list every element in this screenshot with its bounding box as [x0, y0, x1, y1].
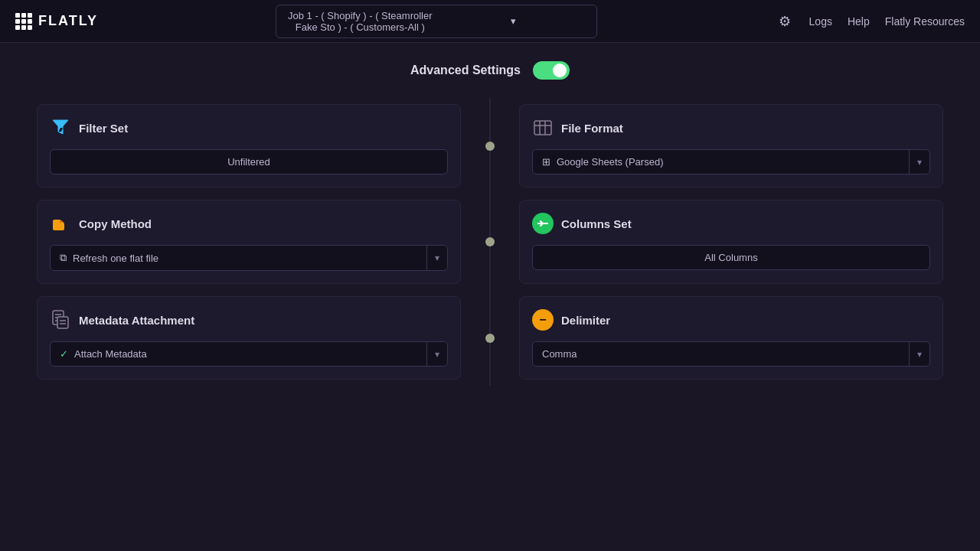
- delimiter-icon: −: [532, 309, 554, 331]
- copy-method-main[interactable]: ⧉ Refresh one flat file: [51, 246, 426, 270]
- filter-set-card: Filter Set Unfiltered: [37, 104, 461, 187]
- resources-link[interactable]: Flatly Resources: [885, 15, 965, 28]
- center-col-2: [467, 194, 513, 290]
- advanced-settings-label: Advanced Settings: [410, 64, 521, 77]
- columns-set-title: Columns Set: [561, 217, 632, 230]
- copy-method-card: Copy Method ⧉ Refresh one flat file ▾: [37, 200, 461, 284]
- connector-dot-3: [485, 334, 495, 343]
- delimiter-title: Delimiter: [561, 314, 610, 327]
- metadata-value: Attach Metadata: [74, 348, 147, 360]
- copy-method-title: Copy Method: [79, 217, 152, 230]
- sheets-icon: ⊞: [542, 156, 550, 168]
- metadata-title: Metadata Attachment: [79, 314, 194, 327]
- center-col-1: [467, 98, 513, 194]
- job-selector[interactable]: Job 1 - ( Shopify ) - ( Steamroller Fake…: [276, 5, 597, 38]
- columns-set-header: Columns Set: [532, 213, 930, 234]
- toggle-thumb: [553, 64, 567, 77]
- columns-set-value: All Columns: [532, 245, 930, 270]
- file-format-main[interactable]: ⊞ Google Sheets (Parsed): [533, 150, 909, 174]
- columns-set-icon: [532, 213, 554, 234]
- delimiter-chevron-icon[interactable]: ▾: [909, 342, 929, 366]
- copy-method-select[interactable]: ⧉ Refresh one flat file ▾: [50, 245, 448, 271]
- metadata-main[interactable]: ✓ Attach Metadata: [51, 342, 426, 366]
- logo: FLATLY: [15, 13, 98, 30]
- file-format-value: Google Sheets (Parsed): [557, 156, 663, 168]
- file-format-card: File Format ⊞ Google Sheets (Parsed) ▾: [519, 104, 943, 187]
- copy-method-chevron-icon[interactable]: ▾: [426, 246, 447, 270]
- file-format-icon: [532, 117, 554, 139]
- file-format-select[interactable]: ⊞ Google Sheets (Parsed) ▾: [532, 149, 930, 174]
- main-content: Advanced Settings Filter Set Unfiltered: [0, 43, 980, 404]
- file-format-title: File Format: [561, 122, 623, 135]
- file-format-chevron-icon[interactable]: ▾: [909, 150, 929, 174]
- filter-set-icon: [50, 117, 71, 139]
- filter-set-header: Filter Set: [50, 117, 448, 139]
- settings-gear-icon[interactable]: ⚙: [776, 12, 794, 31]
- metadata-select[interactable]: ✓ Attach Metadata ▾: [50, 341, 448, 367]
- filter-set-title: Filter Set: [79, 122, 128, 135]
- delimiter-card: − Delimiter Comma ▾: [519, 296, 943, 380]
- settings-grid: Filter Set Unfiltered File Format: [31, 98, 949, 386]
- copy-file-icon: ⧉: [60, 252, 67, 264]
- job-label: Job 1 - ( Shopify ) - ( Steamroller Fake…: [287, 10, 433, 33]
- delimiter-value: Comma: [542, 348, 577, 360]
- filter-set-value: Unfiltered: [50, 149, 448, 174]
- delimiter-select[interactable]: Comma ▾: [532, 341, 930, 367]
- svg-rect-12: [57, 317, 68, 328]
- advanced-settings-bar: Advanced Settings: [31, 61, 949, 80]
- metadata-check-icon: ✓: [60, 348, 68, 360]
- copy-method-value: Refresh one flat file: [73, 253, 158, 264]
- advanced-settings-toggle[interactable]: [533, 61, 570, 80]
- header-center: Job 1 - ( Shopify ) - ( Steamroller Fake…: [98, 5, 776, 38]
- metadata-card: Metadata Attachment ✓ Attach Metadata ▾: [37, 296, 461, 380]
- columns-set-card: Columns Set All Columns: [519, 200, 943, 284]
- logo-text: FLATLY: [38, 13, 98, 29]
- delimiter-header: − Delimiter: [532, 309, 930, 331]
- svg-point-4: [537, 218, 548, 229]
- svg-rect-0: [534, 121, 551, 135]
- metadata-chevron-icon[interactable]: ▾: [426, 342, 447, 366]
- copy-method-header: Copy Method: [50, 213, 448, 234]
- job-selector-chevron-icon: ▾: [440, 15, 586, 27]
- help-link[interactable]: Help: [848, 15, 870, 28]
- center-col-3: [467, 290, 513, 386]
- connector-dot-1: [485, 142, 495, 151]
- logs-link[interactable]: Logs: [809, 15, 832, 28]
- delimiter-main[interactable]: Comma: [533, 342, 909, 366]
- connector-dot-2: [485, 237, 495, 246]
- file-format-header: File Format: [532, 117, 930, 139]
- header: FLATLY Job 1 - ( Shopify ) - ( Steamroll…: [0, 0, 980, 43]
- metadata-header: Metadata Attachment: [50, 309, 448, 331]
- metadata-icon: [50, 309, 71, 331]
- logo-grid-icon: [15, 13, 32, 30]
- copy-method-icon: [50, 213, 71, 234]
- header-right: ⚙ Logs Help Flatly Resources: [776, 12, 965, 31]
